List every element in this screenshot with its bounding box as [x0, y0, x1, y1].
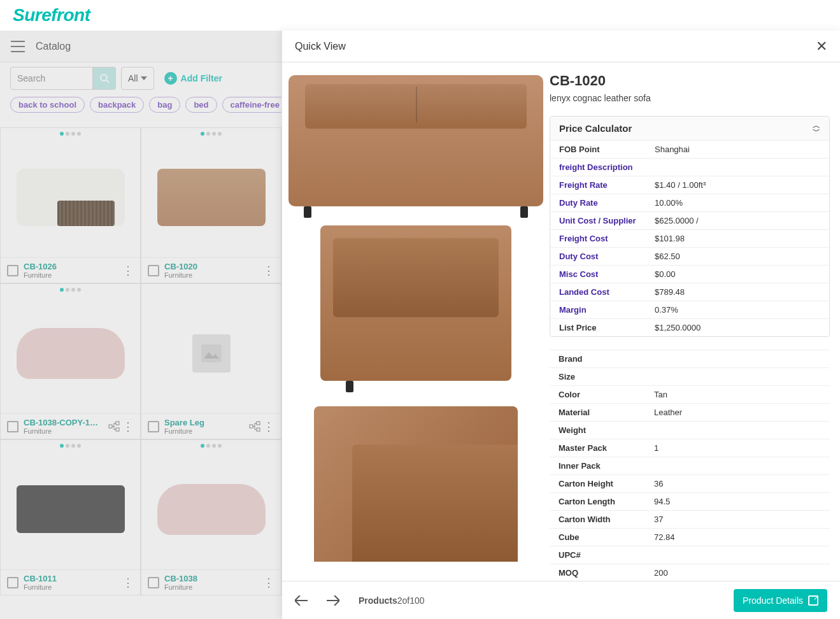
- calc-label[interactable]: Unit Cost / Supplier: [559, 216, 655, 225]
- attribute-row: Size: [550, 368, 830, 386]
- page-title: Catalog: [36, 41, 71, 52]
- calc-label[interactable]: Duty Rate: [559, 198, 655, 208]
- calc-label[interactable]: Freight Rate: [559, 180, 655, 190]
- next-arrow-icon[interactable]: [327, 595, 339, 606]
- filter-chip[interactable]: bag: [149, 97, 180, 113]
- attribute-row: MOQ200: [550, 564, 830, 581]
- attribute-row: Carton Length94.5: [550, 493, 830, 511]
- select-checkbox[interactable]: [7, 421, 18, 432]
- calc-label: FOB Point: [559, 145, 655, 154]
- filter-chip[interactable]: caffeine-free: [222, 97, 288, 113]
- variants-tree-icon[interactable]: [108, 421, 120, 432]
- search-button[interactable]: [93, 67, 116, 90]
- calc-value: $789.48: [655, 287, 820, 297]
- calc-label[interactable]: freight Description: [559, 162, 655, 172]
- card-menu-icon[interactable]: ⋮: [122, 265, 134, 276]
- calc-value: 10.00%: [655, 198, 820, 208]
- attribute-label: Brand: [559, 354, 654, 364]
- card-menu-icon[interactable]: ⋮: [263, 421, 274, 432]
- attribute-label: Master Pack: [559, 443, 654, 453]
- filter-chip[interactable]: back to school: [10, 97, 85, 113]
- attribute-row: Carton Height36: [550, 475, 830, 493]
- product-card[interactable]: CB-1026Furniture⋮: [0, 127, 141, 283]
- select-checkbox[interactable]: [7, 577, 18, 588]
- attribute-label: Material: [559, 408, 654, 417]
- svg-rect-6: [257, 422, 260, 425]
- card-category: Furniture: [24, 271, 117, 279]
- product-thumbnail: [141, 293, 281, 413]
- card-sku[interactable]: CB-1038: [164, 574, 258, 583]
- attribute-row: Inner Pack: [550, 457, 830, 475]
- product-card[interactable]: CB-1020Furniture⋮: [141, 127, 281, 283]
- close-icon[interactable]: ✕: [816, 38, 827, 55]
- product-image-front: [288, 75, 543, 206]
- svg-rect-3: [116, 428, 119, 431]
- calc-row: FOB PointShanghai: [550, 141, 829, 159]
- product-name: lenyx cognac leather sofa: [550, 93, 830, 103]
- product-details-button[interactable]: Product Details: [734, 589, 827, 612]
- card-menu-icon[interactable]: ⋮: [263, 577, 274, 588]
- filter-chip[interactable]: backpack: [90, 97, 144, 113]
- collapse-icon[interactable]: ︿﹀: [813, 123, 820, 134]
- product-image-side: [320, 225, 511, 381]
- filter-chip[interactable]: bed: [185, 97, 217, 113]
- attribute-value: Tan: [654, 390, 827, 399]
- attribute-value: 94.5: [654, 497, 827, 506]
- attribute-value: 36: [654, 479, 827, 488]
- attribute-row: MaterialLeather: [550, 404, 830, 422]
- card-menu-icon[interactable]: ⋮: [122, 577, 134, 588]
- product-details-label: Product Details: [743, 595, 803, 606]
- card-sku[interactable]: CB-1026: [24, 262, 117, 271]
- product-card[interactable]: CB-1038-COPY-1…Furniture⋮: [0, 283, 141, 439]
- card-sku[interactable]: CB-1038-COPY-1…: [24, 418, 103, 427]
- calc-label[interactable]: Margin: [559, 305, 655, 315]
- attribute-label: Inner Pack: [559, 461, 654, 471]
- attribute-value: Leather: [654, 408, 827, 417]
- scope-dropdown[interactable]: All: [121, 67, 154, 90]
- svg-rect-1: [109, 425, 112, 428]
- calc-row: Misc Cost$0.00: [550, 266, 829, 283]
- calc-label[interactable]: Landed Cost: [559, 287, 655, 297]
- card-menu-icon[interactable]: ⋮: [122, 421, 134, 432]
- attribute-label: Size: [559, 372, 654, 381]
- select-checkbox[interactable]: [148, 577, 159, 588]
- calc-row: Freight Cost$101.98: [550, 230, 829, 248]
- attribute-label: UPC#: [559, 550, 654, 560]
- calc-row: freight Description: [550, 159, 829, 176]
- select-checkbox[interactable]: [148, 421, 159, 432]
- price-calculator-card: Price Calculator ︿﹀ FOB PointShanghaifre…: [550, 116, 830, 337]
- chevron-down-icon: [141, 76, 147, 80]
- product-card[interactable]: CB-1038Furniture⋮: [141, 439, 281, 595]
- select-checkbox[interactable]: [7, 265, 18, 276]
- attribute-label: Cube: [559, 532, 654, 542]
- card-sku[interactable]: CB-1020: [164, 262, 258, 271]
- card-sku[interactable]: Spare Leg: [164, 418, 244, 427]
- attribute-label: MOQ: [559, 568, 654, 578]
- attribute-label: Weight: [559, 425, 654, 435]
- product-card[interactable]: Spare LegFurniture⋮: [141, 283, 281, 439]
- scope-label: All: [128, 73, 138, 83]
- calc-row: List Price$1,250.0000: [550, 319, 829, 336]
- calc-value: $62.50: [655, 252, 820, 261]
- card-menu-icon[interactable]: ⋮: [263, 265, 274, 276]
- calc-label: List Price: [559, 323, 655, 332]
- card-sku[interactable]: CB-1011: [24, 574, 117, 583]
- attribute-value: 72.84: [654, 532, 827, 542]
- attribute-value: 1: [654, 443, 827, 453]
- attribute-label: Color: [559, 390, 654, 399]
- variants-tree-icon[interactable]: [249, 421, 260, 432]
- calc-label[interactable]: Duty Cost: [559, 252, 655, 261]
- prev-arrow-icon[interactable]: [295, 595, 308, 606]
- calc-row: Duty Cost$62.50: [550, 248, 829, 266]
- add-filter-button[interactable]: + Add Filter: [164, 72, 222, 85]
- attribute-row: Master Pack1: [550, 439, 830, 457]
- calc-label[interactable]: Misc Cost: [559, 269, 655, 279]
- attribute-label: Carton Width: [559, 515, 654, 524]
- calc-label[interactable]: Freight Cost: [559, 234, 655, 243]
- search-input[interactable]: [10, 67, 93, 90]
- menu-icon[interactable]: [10, 39, 25, 54]
- select-checkbox[interactable]: [148, 265, 159, 276]
- product-card[interactable]: CB-1011Furniture⋮: [0, 439, 141, 595]
- attribute-row: Weight: [550, 422, 830, 439]
- product-thumbnail: [141, 449, 281, 569]
